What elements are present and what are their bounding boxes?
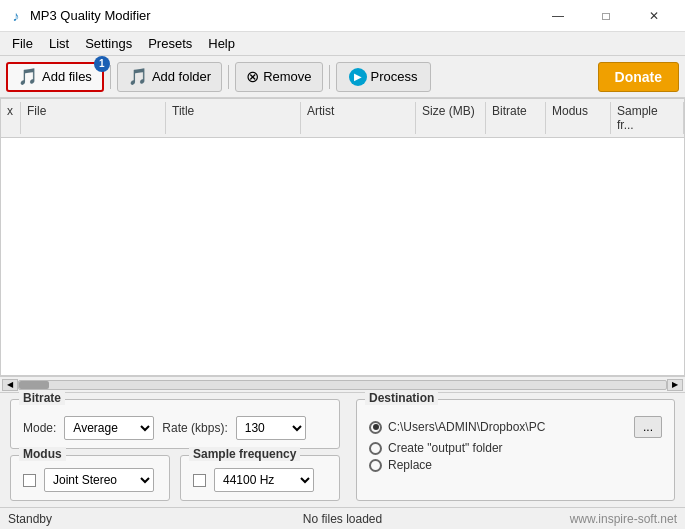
sample-freq-select[interactable]: 44100 Hz	[214, 468, 314, 492]
destination-group: Destination C:\Users\ADMIN\Dropbox\PC ..…	[356, 399, 675, 501]
file-table: x File Title Artist Size (MB) Bitrate Mo…	[0, 98, 685, 376]
play-icon: ▶	[349, 68, 367, 86]
col-artist: Artist	[301, 102, 416, 134]
sample-freq-group: Sample frequency 44100 Hz	[180, 455, 340, 501]
scroll-left-arrow[interactable]: ◀	[2, 379, 18, 391]
dest-replace-label: Replace	[388, 458, 662, 472]
menu-presets[interactable]: Presets	[140, 34, 200, 53]
col-file: File	[21, 102, 166, 134]
sample-freq-checkbox[interactable]	[193, 474, 206, 487]
process-label: Process	[371, 69, 418, 84]
maximize-button[interactable]: □	[583, 6, 629, 26]
close-button[interactable]: ✕	[631, 6, 677, 26]
minimize-button[interactable]: —	[535, 6, 581, 26]
browse-button[interactable]: ...	[634, 416, 662, 438]
bottom-settings: Bitrate Mode: Average Rate (kbps): 130 M…	[0, 392, 685, 507]
destination-group-title: Destination	[365, 391, 438, 405]
menu-list[interactable]: List	[41, 34, 77, 53]
sample-freq-group-title: Sample frequency	[189, 447, 300, 461]
modus-checkbox-wrapper	[23, 474, 36, 487]
add-folder-label: Add folder	[152, 69, 211, 84]
col-bitrate: Bitrate	[486, 102, 546, 134]
separator-2	[228, 65, 229, 89]
menu-help[interactable]: Help	[200, 34, 243, 53]
donate-button[interactable]: Donate	[598, 62, 679, 92]
modus-group: Modus Joint Stereo	[10, 455, 170, 501]
rate-label: Rate (kbps):	[162, 421, 227, 435]
modus-select[interactable]: Joint Stereo	[44, 468, 154, 492]
menu-settings[interactable]: Settings	[77, 34, 140, 53]
col-samplefr: Sample fr...	[611, 102, 684, 134]
badge-number: 1	[94, 56, 110, 72]
menu-file[interactable]: File	[4, 34, 41, 53]
dest-replace-radio[interactable]	[369, 459, 382, 472]
status-bar: Standby No files loaded www.inspire-soft…	[0, 507, 685, 529]
music-note-icon: 🎵	[18, 67, 38, 86]
add-files-label: Add files	[42, 69, 92, 84]
col-title: Title	[166, 102, 301, 134]
add-files-button[interactable]: 🎵 Add files	[6, 62, 104, 92]
scrollbar-track[interactable]	[18, 380, 667, 390]
status-website: www.inspire-soft.net	[510, 512, 677, 526]
status-standby: Standby	[8, 512, 175, 526]
remove-button[interactable]: ⊗ Remove	[235, 62, 322, 92]
modus-checkbox[interactable]	[23, 474, 36, 487]
dest-path-label: C:\Users\ADMIN\Dropbox\PC	[388, 420, 628, 434]
scroll-right-arrow[interactable]: ▶	[667, 379, 683, 391]
menu-bar: File List Settings Presets Help	[0, 32, 685, 56]
add-folder-button[interactable]: 🎵 Add folder	[117, 62, 222, 92]
table-header: x File Title Artist Size (MB) Bitrate Mo…	[1, 99, 684, 138]
folder-music-icon: 🎵	[128, 67, 148, 86]
main-content: x File Title Artist Size (MB) Bitrate Mo…	[0, 98, 685, 507]
col-x: x	[1, 102, 21, 134]
bitrate-group: Bitrate Mode: Average Rate (kbps): 130	[10, 399, 340, 449]
remove-label: Remove	[263, 69, 311, 84]
file-table-container: x File Title Artist Size (MB) Bitrate Mo…	[0, 98, 685, 392]
sample-freq-checkbox-wrapper	[193, 474, 206, 487]
col-modus: Modus	[546, 102, 611, 134]
process-button[interactable]: ▶ Process	[336, 62, 431, 92]
horizontal-scrollbar[interactable]: ◀ ▶	[0, 376, 685, 392]
status-files: No files loaded	[175, 512, 510, 526]
app-icon: ♪	[8, 8, 24, 24]
remove-icon: ⊗	[246, 67, 259, 86]
title-bar: ♪ MP3 Quality Modifier — □ ✕	[0, 0, 685, 32]
col-size: Size (MB)	[416, 102, 486, 134]
toolbar: 🎵 Add files 1 🎵 Add folder ⊗ Remove ▶ Pr…	[0, 56, 685, 98]
bitrate-group-title: Bitrate	[19, 391, 65, 405]
table-body	[1, 138, 684, 375]
mode-label: Mode:	[23, 421, 56, 435]
separator-3	[329, 65, 330, 89]
mode-select[interactable]: Average	[64, 416, 154, 440]
scrollbar-thumb[interactable]	[19, 381, 49, 389]
dest-output-radio[interactable]	[369, 442, 382, 455]
dest-path-radio[interactable]	[369, 421, 382, 434]
modus-group-title: Modus	[19, 447, 66, 461]
dest-output-label: Create "output" folder	[388, 441, 662, 455]
separator-1	[110, 65, 111, 89]
rate-select[interactable]: 130	[236, 416, 306, 440]
app-title: MP3 Quality Modifier	[30, 8, 151, 23]
